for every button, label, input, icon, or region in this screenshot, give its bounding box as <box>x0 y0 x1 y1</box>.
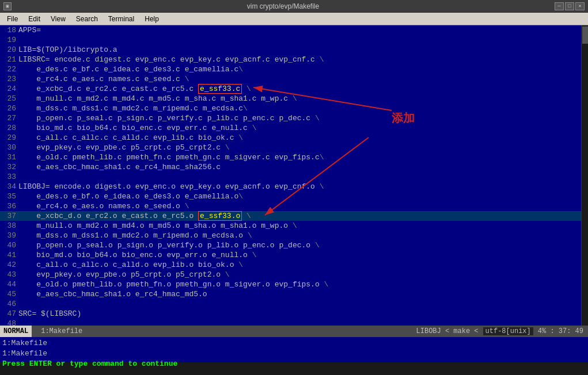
line-28: 28 bio_md.c bio_b64.c bio_enc.c evp_err.… <box>0 123 588 133</box>
line-44: 44 e_old.o pmeth_lib.o pmeth_fn.o pmeth_… <box>0 280 588 289</box>
menubar: File Edit View Search Terminal Help <box>0 13 588 25</box>
editor-area[interactable]: 18APPS= 19 20LIB=$(TOP)/libcrypto.a 21LI… <box>0 25 588 326</box>
status-right: LIBOBJ < make < utf-8[unix] 4% : 37: 49 <box>414 327 588 335</box>
line-46: 46 <box>0 299 588 309</box>
line-40: 40 p_open.o p_seal.o p_sign.o p_verify.o… <box>0 240 588 250</box>
line-48: 48 <box>0 319 588 326</box>
line-43: 43 evp_pkey.o evp_pbe.o p5_crpt.o p5_crp… <box>0 270 588 280</box>
restore-button[interactable]: □ <box>565 2 574 10</box>
line-32: 32 e_aes_cbc_hmac_sha1.c e_rc4_hmac_sha2… <box>0 162 588 172</box>
window-controls: ─ □ ✕ <box>555 2 585 10</box>
line-18: 18APPS= <box>0 25 588 35</box>
line-33: 33 <box>0 172 588 182</box>
scrollbar-thumb[interactable] <box>582 26 588 44</box>
status-encoding: utf-8[unix] <box>483 327 533 335</box>
line-25: 25 m_null.c m_md2.c m_md4.c m_md5.c m_sh… <box>0 94 588 104</box>
menu-edit[interactable]: Edit <box>24 14 45 24</box>
highlight-ssf33o: e_ssf33.o <box>198 211 242 221</box>
window-title: vim crypto/evp/Makefile <box>12 2 555 10</box>
status-file: 1:Makefile <box>36 327 87 335</box>
line-27: 27 p_open.c p_seal.c p_sign.c p_verify.c… <box>0 113 588 123</box>
line-26: 26 m_dss.c m_dss1.c m_mdc2.c m_ripemd.c … <box>0 104 588 113</box>
close-button[interactable]: ✕ <box>575 2 585 10</box>
line-38: 38 m_null.o m_md2.o m_md4.o m_md5.o m_sh… <box>0 221 588 231</box>
minimize-button[interactable]: ─ <box>555 2 564 10</box>
highlight-ssf33c: e_ssf33.c <box>198 84 242 94</box>
line-30: 30 evp_pkey.c evp_pbe.c p5_crpt.c p5_crp… <box>0 143 588 152</box>
line-45: 45 e_aes_cbc_hmac_sha1.o e_rc4_hmac_md5.… <box>0 289 588 299</box>
line-19: 19 <box>0 35 588 45</box>
titlebar: ▣ vim crypto/evp/Makefile ─ □ ✕ <box>0 0 588 13</box>
line-36: 36 e_rc4.o e_aes.o names.o e_seed.o \ <box>0 201 588 211</box>
menu-file[interactable]: File <box>2 14 22 24</box>
line-29: 29 c_all.c c_allc.c c_alld.c evp_lib.c b… <box>0 133 588 143</box>
vim-mode: NORMAL <box>0 326 32 337</box>
scrollbar[interactable] <box>581 25 588 326</box>
statusbar: NORMAL 1:Makefile LIBOBJ < make < utf-8[… <box>0 326 588 337</box>
status-position: 4% : 37: 49 <box>536 327 586 335</box>
line-39: 39 m_dss.o m_dss1.o m_mdc2.o m_ripemd.o … <box>0 231 588 240</box>
line-21: 21LIBSRC= encode.c digest.c evp_enc.c ev… <box>0 55 588 64</box>
line-41: 41 bio_md.o bio_b64.o bio_enc.o evp_err.… <box>0 250 588 260</box>
menu-help[interactable]: Help <box>140 14 164 24</box>
line-22: 22 e_des.c e_bf.c e_idea.c e_des3.c e_ca… <box>0 64 588 74</box>
menu-terminal[interactable]: Terminal <box>104 14 139 24</box>
menu-view[interactable]: View <box>46 14 70 24</box>
line-42: 42 c_all.o c_allc.o c_alld.o evp_lib.o b… <box>0 260 588 270</box>
msg-line-2: 1:Makefile <box>2 349 586 359</box>
menu-search[interactable]: Search <box>71 14 103 24</box>
line-34: 34LIBOBJ= encode.o digest.o evp_enc.o ev… <box>0 182 588 192</box>
press-enter-line: Press ENTER or type command to continue <box>2 359 586 369</box>
line-31: 31 e_old.c pmeth_lib.c pmeth_fn.c pmeth_… <box>0 152 588 162</box>
line-24: 24 e_xcbc_d.c e_rc2.c e_cast.c e_rc5.c e… <box>0 84 588 94</box>
titlebar-left: ▣ <box>3 2 12 10</box>
line-35: 35 e_des.o e_bf.o e_idea.o e_des3.o e_ca… <box>0 192 588 201</box>
line-20: 20LIB=$(TOP)/libcrypto.a <box>0 45 588 55</box>
line-37: 37 e_xcbc_d.o e_rc2.o e_cast.o e_rc5.o e… <box>0 211 588 221</box>
app-icon: ▣ <box>3 2 12 10</box>
message-area: 1:Makefile 1:Makefile Press ENTER or typ… <box>0 337 588 362</box>
msg-line-1: 1:Makefile <box>2 338 586 349</box>
line-23: 23 e_rc4.c e_aes.c names.c e_seed.c \ <box>0 74 588 84</box>
line-47: 47SRC= $(LIBSRC) <box>0 309 588 319</box>
status-middle: LIBOBJ < make < <box>414 327 481 335</box>
